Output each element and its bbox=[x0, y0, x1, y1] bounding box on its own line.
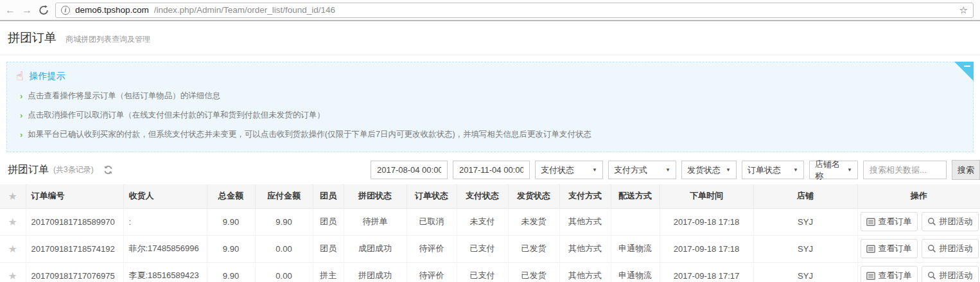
star-column-header: ★ bbox=[0, 184, 26, 208]
tip-item: ›如果平台已确认收到买家的付款，但系统支付状态并未变更，可以点击收到货款操作(仅… bbox=[20, 129, 963, 140]
hand-pointer-icon: ☝ bbox=[16, 70, 24, 82]
tip-item-text: 点击查看操作将显示订单（包括订单物品）的详细信息 bbox=[28, 91, 220, 101]
cell-order-no: 201709181718574192 bbox=[26, 235, 123, 262]
ship-status-filter[interactable]: 发货状态▼ bbox=[681, 161, 737, 179]
address-bar[interactable]: i demo6.tpshop.com/index.php/Admin/Team/… bbox=[55, 3, 974, 18]
search-button[interactable]: 搜索 bbox=[952, 160, 980, 180]
table-header-row: ★订单编号收货人总金额应付金额团员拼团状态订单状态支付状态发货状态支付方式配送方… bbox=[0, 184, 980, 208]
page-subtitle: 商城拼团列表查询及管理 bbox=[66, 34, 150, 45]
info-icon[interactable]: i bbox=[61, 6, 70, 15]
column-header: 操作 bbox=[857, 184, 980, 208]
minus-icon bbox=[964, 66, 970, 67]
cell-consignee: 李夏:18516589423 bbox=[123, 262, 207, 282]
list-title: 拼团订单 bbox=[8, 163, 49, 177]
view-order-button[interactable]: 查看订单 bbox=[861, 212, 918, 231]
team-activity-label: 拼团活动 bbox=[940, 270, 973, 281]
reload-icon bbox=[39, 5, 49, 15]
cell-member: 团员 bbox=[313, 235, 344, 262]
view-order-label: 查看订单 bbox=[879, 243, 912, 254]
tip-item-text: 点击取消操作可以取消订单（在线支付但未付款的订单和货到付款但未发货的订单） bbox=[28, 110, 325, 121]
cell-delivery: 申通物流 bbox=[611, 262, 660, 282]
bookmark-star-icon[interactable]: ☆ bbox=[959, 4, 968, 16]
star-icon[interactable]: ★ bbox=[8, 270, 17, 281]
cell-total: 9.90 bbox=[207, 262, 255, 282]
forward-button[interactable]: → bbox=[22, 5, 32, 15]
tip-bullet-arrow-icon: › bbox=[20, 111, 22, 119]
filter-label: 订单状态 bbox=[748, 164, 781, 176]
orders-table: ★订单编号收货人总金额应付金额团员拼团状态订单状态支付状态发货状态支付方式配送方… bbox=[0, 184, 980, 282]
column-header: 拼团状态 bbox=[344, 184, 407, 208]
table-row: ★201709181718574192菲尔:174858569969.900.0… bbox=[0, 235, 980, 262]
order-status-filter[interactable]: 订单状态▼ bbox=[742, 161, 804, 179]
cell-store: SYJ bbox=[753, 208, 857, 235]
cell-order-status: 已取消 bbox=[407, 208, 457, 235]
order-list-icon bbox=[866, 245, 875, 253]
column-header: 收货人 bbox=[123, 184, 207, 208]
team-activity-button[interactable]: 拼团活动 bbox=[922, 239, 979, 258]
list-toolbar: 拼团订单 (共3条记录) 支付状态▼支付方式▼发货状态▼订单状态▼店铺名称▼ 搜… bbox=[0, 156, 980, 184]
cell-payable: 0.00 bbox=[255, 235, 313, 262]
pay-method-filter[interactable]: 支付方式▼ bbox=[608, 161, 676, 179]
star-icon[interactable]: ★ bbox=[8, 243, 17, 254]
view-order-button[interactable]: 查看订单 bbox=[861, 239, 918, 258]
team-activity-button[interactable]: 拼团活动 bbox=[922, 212, 979, 231]
page-header: 拼团订单 商城拼团列表查询及管理 bbox=[0, 21, 980, 55]
column-header: 订单状态 bbox=[407, 184, 457, 208]
pay-status-filter[interactable]: 支付状态▼ bbox=[535, 161, 603, 179]
cell-order-status: 待评价 bbox=[407, 235, 457, 262]
favorite-cell: ★ bbox=[0, 262, 26, 282]
chevron-down-icon: ▼ bbox=[726, 167, 731, 173]
filter-label: 支付状态 bbox=[541, 164, 574, 176]
cell-total: 9.90 bbox=[207, 208, 255, 235]
team-activity-button[interactable]: 拼团活动 bbox=[922, 266, 979, 282]
cell-team-status: 拼团成功 bbox=[344, 262, 407, 282]
cell-pay-method: 其他方式 bbox=[559, 208, 611, 235]
refresh-icon bbox=[103, 165, 113, 175]
url-path: /index.php/Admin/Team/order_list/found_i… bbox=[154, 5, 335, 15]
column-header: 配送方式 bbox=[611, 184, 660, 208]
column-header: 总金额 bbox=[207, 184, 255, 208]
toolbar-filters: 支付状态▼支付方式▼发货状态▼订单状态▼店铺名称▼ 搜索 bbox=[371, 160, 980, 180]
cell-order-no: 201709181718589970 bbox=[26, 208, 123, 235]
cell-ship-status: 未发货 bbox=[508, 208, 559, 235]
tips-list: ›点击查看操作将显示订单（包括订单物品）的详细信息›点击取消操作可以取消订单（在… bbox=[16, 91, 963, 140]
actions-cell: 查看订单拼团活动 bbox=[857, 235, 980, 262]
cell-team-status: 待拼单 bbox=[344, 208, 407, 235]
store-name-filter[interactable]: 店铺名称▼ bbox=[809, 161, 858, 179]
page-title: 拼团订单 bbox=[8, 30, 57, 46]
cell-pay-method: 其他方式 bbox=[559, 262, 611, 282]
cell-order-time: 2017-09-18 17:18 bbox=[660, 235, 753, 262]
star-icon[interactable]: ★ bbox=[8, 216, 17, 227]
table-body: ★201709181718589970:9.909.90团员待拼单已取消未支付未… bbox=[0, 208, 980, 282]
cell-payable: 0.00 bbox=[255, 262, 313, 282]
date-to-input[interactable] bbox=[453, 161, 530, 179]
cell-order-time: 2017-09-18 17:18 bbox=[660, 208, 753, 235]
date-from-input[interactable] bbox=[371, 161, 448, 179]
column-header: 发货状态 bbox=[508, 184, 559, 208]
back-button[interactable]: ← bbox=[5, 5, 15, 15]
refresh-button[interactable] bbox=[103, 165, 113, 175]
cell-team-status: 成团成功 bbox=[344, 235, 407, 262]
column-header: 团员 bbox=[313, 184, 344, 208]
tip-item: ›点击取消操作可以取消订单（在线支付但未付款的订单和货到付款但未发货的订单） bbox=[20, 110, 963, 121]
column-header: 支付方式 bbox=[559, 184, 611, 208]
column-header: 支付状态 bbox=[457, 184, 508, 208]
tips-panel: ☝ 操作提示 ›点击查看操作将显示订单（包括订单物品）的详细信息›点击取消操作可… bbox=[6, 62, 974, 152]
tip-item-text: 如果平台已确认收到买家的付款，但系统支付状态并未变更，可以点击收到货款操作(仅限… bbox=[28, 129, 591, 140]
column-header: 下单时间 bbox=[660, 184, 753, 208]
cell-pay-status: 已支付 bbox=[457, 235, 508, 262]
cell-member: 拼主 bbox=[313, 262, 344, 282]
reload-button[interactable] bbox=[39, 5, 49, 15]
column-header: 店铺 bbox=[753, 184, 857, 208]
star-icon: ★ bbox=[8, 191, 17, 202]
actions-cell: 查看订单拼团活动 bbox=[857, 262, 980, 282]
filter-label: 发货状态 bbox=[687, 164, 721, 176]
column-header: 订单编号 bbox=[26, 184, 123, 208]
search-input[interactable] bbox=[863, 161, 947, 179]
view-order-button[interactable]: 查看订单 bbox=[861, 266, 918, 282]
order-list-icon bbox=[866, 272, 875, 280]
view-order-label: 查看订单 bbox=[879, 216, 912, 227]
tips-header: ☝ 操作提示 bbox=[16, 70, 963, 82]
table-row: ★201709181717076975李夏:185165894239.900.0… bbox=[0, 262, 980, 282]
favorite-cell: ★ bbox=[0, 235, 26, 262]
